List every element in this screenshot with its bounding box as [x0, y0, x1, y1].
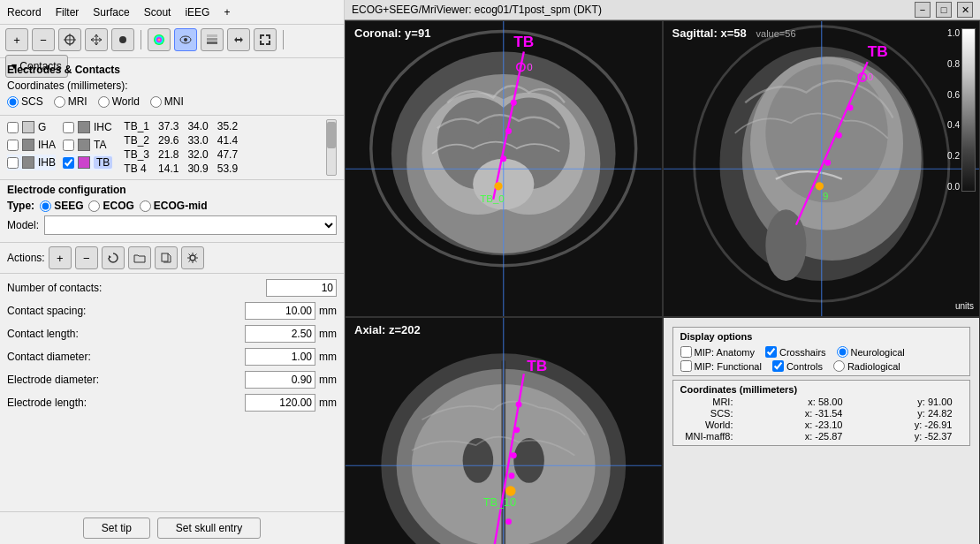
toolbar-arrows-btn[interactable]: [227, 28, 250, 51]
elec-ihc[interactable]: IHC: [63, 119, 112, 135]
radio-ecog-mid[interactable]: ECOG-mid: [140, 200, 208, 212]
model-select[interactable]: [44, 215, 337, 235]
action-export-btn[interactable]: [155, 246, 178, 269]
electrode-diameter-input[interactable]: [245, 371, 315, 389]
electrode-diameter-label: Electrode diameter:: [7, 374, 245, 386]
toolbar-sep1: [141, 30, 141, 49]
svg-text:TB_10: TB_10: [483, 497, 516, 510]
toolbar-color-btn[interactable]: [148, 28, 171, 51]
toolbar-minus-btn[interactable]: −: [32, 28, 55, 51]
elec-ta[interactable]: TA: [63, 137, 112, 153]
svg-point-66: [505, 519, 512, 525]
svg-text:9: 9: [822, 191, 827, 201]
radio-ecog[interactable]: ECOG: [88, 200, 133, 212]
menu-scout[interactable]: Scout: [141, 5, 175, 19]
table-row[interactable]: TB_3 21.8 32.0 47.7: [119, 147, 242, 162]
contact-spacing-input[interactable]: [245, 302, 315, 320]
svg-point-6: [184, 38, 187, 42]
contact-diameter-label: Contact diameter:: [7, 351, 245, 363]
actions-label: Actions:: [7, 252, 45, 264]
table-row[interactable]: TB_1 37.3 34.0 35.2: [119, 119, 242, 133]
elec-iha[interactable]: IHA: [7, 137, 56, 153]
toolbar-crosshair-btn[interactable]: [58, 28, 81, 51]
action-add-btn[interactable]: +: [49, 246, 72, 269]
coordinates-box: Coordinates (millimeters) MRI: x: 58.00 …: [672, 380, 971, 446]
svg-point-65: [509, 473, 515, 480]
electrode-diameter-row: Electrode diameter: mm: [7, 371, 337, 389]
display-options-title: Display options: [680, 331, 963, 342]
svg-text:TB_0: TB_0: [480, 193, 505, 204]
viewer-title: ECOG+SEEG/MriViewer: ecog01/T1post_spm (…: [352, 4, 602, 16]
table-row[interactable]: TB 4 14.1 30.9 53.9: [119, 162, 242, 176]
coord-label: Coordinates (millimeters):: [7, 79, 337, 92]
action-settings-btn[interactable]: [181, 246, 204, 269]
toolbar-dot-btn[interactable]: [111, 28, 134, 51]
model-label: Model:: [7, 219, 39, 231]
info-cell: Display options MIP: Anatomy Crosshairs …: [663, 317, 981, 544]
elec-g[interactable]: G: [7, 119, 56, 135]
opt-controls[interactable]: Controls: [772, 360, 823, 372]
radio-scs[interactable]: SCS: [7, 95, 43, 108]
opt-crosshairs[interactable]: Crosshairs: [765, 346, 826, 358]
electrode-scrollbar[interactable]: [326, 119, 337, 176]
model-row: Model:: [7, 215, 337, 235]
toolbar-eye-btn[interactable]: [174, 28, 197, 51]
contact-diameter-unit: mm: [319, 351, 337, 363]
opt-radiological[interactable]: Radiological: [833, 360, 900, 372]
action-folder-btn[interactable]: [128, 246, 151, 269]
set-skull-btn[interactable]: Set skull entry: [157, 518, 261, 539]
action-rotate-btn[interactable]: [102, 246, 125, 269]
sagittal-cell[interactable]: Sagittal: x=58 value=56: [663, 20, 981, 317]
menu-bar: Record Filter Surface Scout iEEG +: [0, 0, 344, 25]
radio-mni[interactable]: MNI: [150, 95, 184, 108]
action-remove-btn[interactable]: −: [75, 246, 98, 269]
menu-record[interactable]: Record: [4, 5, 45, 19]
svg-text:0: 0: [527, 63, 532, 73]
coord-type-row: SCS MRI World MNI: [7, 95, 337, 108]
radio-seeg[interactable]: SEEG: [40, 200, 83, 212]
opt-neurological[interactable]: Neurological: [837, 346, 905, 358]
menu-ieeg[interactable]: iEEG: [181, 5, 213, 19]
contact-length-label: Contact length:: [7, 328, 245, 340]
electrode-diameter-unit: mm: [319, 374, 337, 386]
electrode-length-input[interactable]: [245, 394, 315, 412]
elec-tb[interactable]: TB: [63, 155, 112, 170]
elec-ihb-color: [22, 156, 34, 169]
win-maximize-btn[interactable]: □: [936, 2, 952, 18]
elec-iha-color: [22, 139, 34, 151]
opt-mip-functional[interactable]: MIP: Functional: [680, 360, 762, 372]
contact-length-input[interactable]: [245, 325, 315, 343]
toolbar-move-btn[interactable]: [85, 28, 108, 51]
display-opt-row-2: MIP: Functional Controls Radiological: [680, 360, 963, 372]
menu-filter[interactable]: Filter: [52, 5, 83, 19]
colorbar: 1.0 0.8 0.6 0.4 0.2 0.0: [947, 28, 976, 192]
table-row[interactable]: TB_2 29.6 33.0 41.4: [119, 133, 242, 147]
svg-point-3: [119, 36, 126, 43]
electrode-config: Electrode configuration Type: SEEG ECOG …: [0, 180, 344, 243]
toolbar-expand-btn[interactable]: [254, 28, 277, 51]
elec-ihb[interactable]: IHB: [7, 155, 56, 170]
svg-text:0: 0: [867, 72, 872, 82]
coronal-cell[interactable]: Coronal: y=91: [345, 20, 663, 317]
win-minimize-btn[interactable]: −: [915, 2, 931, 18]
axial-cell[interactable]: Axial: z=202 TB: [345, 317, 663, 544]
contact-length-row: Contact length: mm: [7, 325, 337, 343]
set-tip-btn[interactable]: Set tip: [83, 518, 150, 539]
radio-mri[interactable]: MRI: [54, 95, 87, 108]
toolbar-plus-btn[interactable]: +: [5, 28, 28, 51]
num-contacts-label: Number of contacts:: [7, 282, 266, 294]
svg-point-46: [815, 182, 823, 190]
actions-row: Actions: + −: [0, 243, 344, 274]
win-close-btn[interactable]: ✕: [957, 2, 973, 18]
contact-diameter-input[interactable]: [245, 348, 315, 366]
toolbar-layers-btn[interactable]: [201, 28, 224, 51]
svg-point-55: [513, 438, 544, 483]
menu-surface[interactable]: Surface: [89, 5, 133, 19]
num-contacts-input[interactable]: [266, 279, 337, 297]
svg-point-35: [765, 64, 887, 202]
opt-mip-anatomy[interactable]: MIP: Anatomy: [680, 346, 755, 358]
scrollbar-thumb[interactable]: [327, 122, 336, 148]
menu-plus[interactable]: +: [220, 5, 233, 19]
contact-diameter-row: Contact diameter: mm: [7, 348, 337, 366]
radio-world[interactable]: World: [98, 95, 140, 108]
